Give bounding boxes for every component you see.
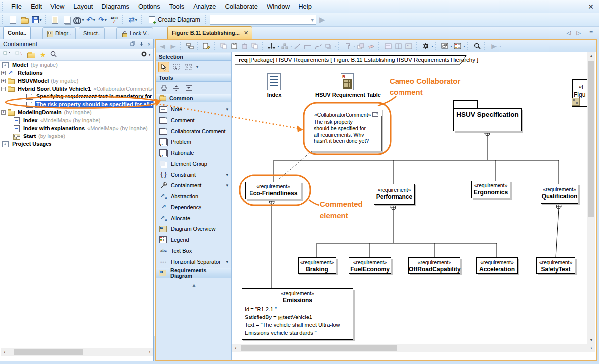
diagram-options-gear-icon[interactable] — [420, 41, 431, 51]
tab-figure-b11[interactable]: Figure B.11 Establishing... ✕ — [167, 26, 252, 39]
tree-item-index-explanations[interactable]: Index with explanations «ModelMap» (by i… — [0, 124, 153, 132]
cursor-tool-button[interactable] — [158, 62, 169, 72]
requirement-table-icon[interactable]: R — [341, 73, 354, 90]
layout-tree-icon[interactable] — [266, 41, 277, 51]
eraser-icon[interactable] — [366, 41, 376, 51]
dropdown-caret-icon[interactable]: ▾ — [135, 18, 137, 22]
menu-options[interactable]: Options — [134, 1, 165, 12]
rectilinear-path-icon[interactable] — [302, 41, 313, 51]
menu-help[interactable]: Help — [294, 1, 316, 12]
dropdown-caret-icon[interactable]: ▾ — [463, 44, 465, 48]
requirement-safetytest[interactable]: «requirement» SafetyTest — [536, 257, 575, 274]
tab-diagrams[interactable]: Diagr.. — [42, 27, 76, 39]
paste-icon[interactable] — [229, 41, 239, 51]
tree-item-start[interactable]: Start (by ingabe) — [0, 132, 153, 140]
tool-abstraction[interactable]: ↗A Abstraction — [156, 191, 231, 202]
save-button[interactable]: ▾ — [31, 14, 43, 25]
vertical-distribute-button[interactable] — [171, 83, 182, 93]
dropdown-caret-icon[interactable]: ▾ — [226, 183, 228, 188]
tool-comment[interactable]: Comment — [156, 115, 231, 126]
tool-horizontal-separator[interactable]: --- Horizontal Separator ▾ — [156, 256, 231, 267]
nav-forward-icon[interactable]: ▶ — [168, 41, 178, 51]
selection-section-header[interactable]: Selection — [156, 52, 231, 61]
quick-search-icon[interactable] — [50, 50, 57, 59]
menu-tools[interactable]: Tools — [165, 1, 189, 12]
combobox-caret-icon[interactable]: ▾ — [311, 17, 314, 23]
expander-plus-icon[interactable]: + — [1, 79, 6, 83]
canvas-vscroll-thumb[interactable] — [588, 61, 594, 217]
tree-hscrollbar[interactable]: ‹ › — [1, 348, 153, 356]
tool-allocate[interactable]: ↗A Allocate — [156, 213, 231, 224]
grid-icon[interactable] — [393, 41, 403, 51]
canvas-vscrollbar[interactable]: ▲ ▼ — [587, 52, 595, 344]
link-with-editor-icon[interactable] — [3, 50, 11, 59]
requirement-table-label[interactable]: HSUV Requirement Table — [308, 92, 388, 98]
group-select-button[interactable] — [183, 62, 194, 72]
requirement-eco-friendliness[interactable]: «requirement» Eco-Friendliness — [245, 182, 301, 199]
oblique-path-icon[interactable] — [292, 41, 302, 51]
copy-format-icon[interactable] — [250, 41, 260, 51]
requirement-performance[interactable]: «requirement» Performance — [374, 184, 415, 205]
dropdown-caret-icon[interactable]: ▾ — [226, 259, 228, 264]
open-project-button[interactable] — [19, 14, 31, 25]
expander-minus-icon[interactable]: − — [1, 87, 6, 91]
requirement-emissions[interactable]: «requirement» Emissions Id = "R1.2.1 " S… — [242, 288, 353, 340]
quick-layout-icon[interactable] — [279, 41, 290, 51]
menu-edit[interactable]: Edit — [26, 1, 46, 12]
tab-list-icon[interactable]: ≡ — [589, 29, 593, 36]
canvas-hscroll-thumb[interactable] — [241, 345, 397, 351]
unlink-icon[interactable] — [15, 50, 23, 59]
dropdown-caret-icon[interactable]: ▾ — [39, 18, 41, 22]
requirements-diagram-section[interactable]: Requirements Diagram — [156, 268, 231, 278]
dropdown-caret-icon[interactable]: ▾ — [196, 65, 198, 69]
hsuv-specification-package[interactable]: HSUV Specification — [453, 108, 522, 131]
tab-structure[interactable]: Struct.. — [79, 27, 105, 39]
dropdown-caret-icon[interactable]: ▾ — [226, 107, 228, 112]
menu-diagrams[interactable]: Diagrams — [97, 1, 134, 12]
dropdown-caret-icon[interactable]: ▾ — [93, 18, 95, 22]
evaluate-play-icon[interactable]: ▶ — [489, 41, 499, 51]
tab-close-icon[interactable]: ✕ — [244, 30, 248, 36]
diagram-canvas[interactable]: req [Package] HSUV Requirements [ Figure… — [232, 52, 587, 344]
tree-item-comment-2-selected[interactable]: The risk property should be specified fo… — [0, 100, 153, 108]
dropdown-caret-icon[interactable]: ▾ — [82, 18, 84, 22]
hsuv-specification-package-tab[interactable] — [453, 100, 478, 109]
common-section-header[interactable]: Common — [156, 94, 231, 102]
perspective-combobox[interactable]: ▾ — [210, 15, 316, 25]
tool-problem[interactable]: P Problem — [156, 136, 231, 147]
menu-collaborate[interactable]: Collaborate — [220, 1, 262, 12]
scroll-left-icon[interactable]: ‹ — [1, 348, 9, 356]
index-shortcut-icon[interactable] — [267, 73, 281, 90]
tree-item-relations[interactable]: + ↗ Relations — [0, 69, 153, 77]
collapse-tools-icon[interactable]: ▲ — [156, 282, 231, 288]
tree-item-project-usages[interactable]: Project Usages — [0, 140, 153, 148]
marquee-select-button[interactable] — [171, 62, 182, 72]
find-button[interactable]: ▾ — [73, 14, 85, 25]
legend-toolbar-icon[interactable] — [452, 41, 463, 51]
spelling-button[interactable]: ABC✓ — [108, 14, 120, 25]
undo-button[interactable]: ↶▾ — [85, 14, 97, 25]
tree-item-hybrid-suv[interactable]: − Hybrid Sport Utility Vehicle1 «Collabo… — [0, 85, 153, 92]
tree-item-modelingdomain[interactable]: + ModelingDomain (by ingabe) — [0, 108, 153, 116]
dropdown-caret-icon[interactable]: ▾ — [226, 172, 228, 177]
tool-collaborator-comment[interactable]: Collaborator Comment — [156, 126, 231, 136]
scroll-left-icon[interactable]: ‹ — [232, 344, 240, 352]
index-shortcut-label[interactable]: Index — [259, 92, 289, 98]
pin-panel-icon[interactable] — [139, 41, 144, 47]
print-button[interactable] — [49, 14, 61, 25]
dropdown-caret-icon[interactable]: ▾ — [149, 53, 150, 57]
tree-hscroll-thumb[interactable] — [14, 349, 83, 355]
requirement-acceleration[interactable]: «requirement» Acceleration — [476, 257, 518, 274]
dropdown-caret-icon[interactable]: ▾ — [499, 44, 501, 48]
requirement-fueleconomy[interactable]: «requirement» FuelEconomy — [349, 257, 391, 274]
dropdown-caret-icon[interactable]: ▾ — [105, 18, 107, 22]
copy-icon[interactable] — [218, 41, 229, 51]
requirement-qualification[interactable]: «requirement» Qualification — [541, 184, 578, 204]
redo-button[interactable]: ↷▾ — [97, 14, 108, 25]
dropdown-caret-icon[interactable]: ▾ — [431, 44, 433, 48]
reset-labels-icon[interactable] — [323, 41, 334, 51]
tool-text-box[interactable]: abc Text Box — [156, 245, 231, 256]
menu-layout[interactable]: Layout — [69, 1, 97, 12]
order-icon[interactable] — [355, 41, 366, 51]
tree-item-index[interactable]: Index «ModelMap» (by ingabe) — [0, 116, 153, 124]
